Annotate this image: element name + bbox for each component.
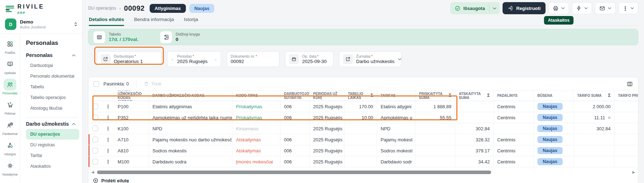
col-periodas[interactable]: PERIODAS UŽ KURĮ [310,91,344,101]
brand-logo[interactable]: RIVILE ERP [0,0,82,18]
sidebar-item-tabelio-operacijos[interactable]: Tabelio operacijos [26,92,79,103]
row-menu-icon[interactable]: ⋮ [102,123,114,134]
sidebar-item-darbuotojai[interactable]: Darbuotojai [26,60,79,71]
menu-section-personalas[interactable]: Personalas [26,52,79,58]
sidebar-menu: Personalas Personalas Darbuotojai Person… [20,34,82,183]
rail-item-nustatymai[interactable]: Nustatymai [0,160,20,176]
row-menu-icon[interactable]: ⋮ [102,156,114,167]
delete-button[interactable]: Trinti [144,81,161,87]
sidebar-item-du-operacijos[interactable]: DU operacijos [26,129,79,140]
table-row[interactable]: ⋮ A710 Pajamų mokestis nuo darbo užmokes… [88,134,638,145]
row-checkbox[interactable] [92,115,98,120]
col-tabelio-laikas[interactable]: TABELIO LAIKASΣ [344,91,377,101]
table-row[interactable]: ⋮ P100 Etatinis atlyginimas Priskaitymas… [88,101,638,112]
saved-split-button[interactable]: Išsaugota [450,2,500,14]
ledger-summary[interactable]: Didžioji knyga 0 [160,31,200,43]
sidebar-item-tarifai[interactable]: Tarifai [26,150,79,161]
rail-item-personalas[interactable]: Personalas [0,79,20,95]
field-op-data[interactable]: Op. data* 2025-09-30 [285,51,333,67]
actions-button[interactable] [572,2,592,14]
col-kodo-tipas[interactable]: KODO TIPAS [232,91,280,101]
scroll-left-icon[interactable]: ◀ [91,170,94,174]
menu-section-darbo-uzmokestis[interactable]: Darbo užmokestis [26,121,79,127]
prev-period-icon[interactable]: ‹ [171,57,174,62]
cell-tabelio-laikas: 170.00 [344,101,377,112]
sidebar-item-tabelis[interactable]: Tabelis [26,82,79,92]
next-period-icon[interactable]: › [214,57,217,62]
row-menu-icon[interactable]: ⋮ [102,101,114,112]
sum-icon[interactable]: Σ [487,93,490,98]
home-grid-icon [4,38,16,50]
rail-item-pirkimai[interactable]: Pirkimai [0,99,20,115]
select-all-checkbox[interactable] [93,81,99,87]
column-settings-icon[interactable] [627,81,633,87]
scroll-right-icon[interactable]: ▶ [632,170,635,174]
ledger-value: 0 [176,37,200,42]
scrollbar-thumb[interactable] [97,171,491,174]
status-badge[interactable]: Naujas [537,158,563,165]
tab-detalios-eilutes[interactable]: Detalios eilutės [89,15,124,26]
status-badge[interactable]: Naujas [537,125,563,132]
col-du-kodas[interactable]: DARBO UŽMOKESČIO KODAS [149,91,232,101]
chevron-down-icon[interactable] [489,7,500,10]
tabelis-summary[interactable]: Tabelis 17d. / 170val. [93,31,138,43]
scrollbar-track[interactable] [97,171,630,174]
field-zurnalas[interactable]: Žurnalas* Darbo užmokestis [339,51,402,67]
sidebar-item-du-registras[interactable]: DU registras [26,140,79,150]
row-menu-icon[interactable]: ⋮ [102,134,114,145]
tab-istorija[interactable]: Istorija [184,15,198,26]
check-circle-icon [455,5,461,11]
col-priskaityta-suma[interactable]: PRISKAITYTA SUMAΣ [415,91,455,101]
rail-item-pardavimai[interactable]: Pardavimai [0,119,20,136]
table-row[interactable]: ⋮ A810 Sodros mokestis Atskaitymas 006 2… [88,145,638,156]
row-checkbox[interactable] [92,159,98,164]
rail-item-apskaita[interactable]: Apskaita [0,58,20,75]
sum-icon[interactable]: Σ [449,93,451,98]
status-badge[interactable]: Naujas [537,103,563,110]
col-tarifas[interactable]: TARIFAS [377,91,415,101]
row-menu-icon[interactable]: ⋮ [102,145,114,156]
chevron-down-icon [630,7,634,9]
register-button[interactable]: Registruoti [503,2,546,14]
table-row[interactable]: ⋮ M100 Darbdavio sodra Įmonės mokesčiai … [88,156,638,167]
row-checkbox[interactable] [92,148,98,153]
status-badge[interactable]: Naujas [537,147,563,154]
sum-icon[interactable]: Σ [371,93,373,98]
drag-handle-icon[interactable]: ≡ [608,115,611,120]
sidebar-item-atostogu-likuciai[interactable]: Atostogų likučiai [26,103,79,114]
chevron-up-down-icon [74,21,78,27]
row-menu-icon[interactable]: ⋮ [102,112,114,123]
field-periodas[interactable]: ‹ Periodas* 2025 Rugsėjis › [167,51,221,67]
cart-icon [4,99,16,111]
account-switcher[interactable]: D Demo Aušra Juodienė [0,18,82,34]
col-kodas[interactable]: DARBO UŽMOKESČIO KODAS (KODAS) [114,91,149,101]
row-checkbox[interactable] [92,137,98,142]
tab-bendra-informacija[interactable]: Bendra informacija [134,15,174,26]
table-row[interactable]: ⋮ P352 Apmokėjimas už neišdirbtą laiką (… [88,112,638,123]
rail-item-pradzia[interactable]: Pradžia [0,38,20,54]
add-row-button[interactable]: Pridėti eilutę [88,174,129,183]
field-darbuotojas[interactable]: Darbuotojas* Operatorius 1 [97,51,161,67]
breadcrumb[interactable]: DU operacijos [88,6,116,11]
rail-item-atsargos[interactable]: Atsargos [0,140,20,156]
chevron-down-icon[interactable] [398,58,402,61]
row-checkbox[interactable] [92,126,98,131]
sidebar-item-ataskaitos[interactable]: Ataskaitos [26,161,79,172]
sidebar-item-personalo-dokumentai[interactable]: Personalo dokumentai [26,71,79,82]
field-dokumento-nr[interactable]: Dokumento nr.* 00092 [227,51,279,67]
row-checkbox[interactable] [92,104,98,109]
sum-icon[interactable]: Σ [608,93,611,98]
col-tarifo-proc[interactable]: TARIFO PROC [615,91,638,101]
col-atskaityta-suma[interactable]: ATSKAITYTA SUMAΣ [455,91,494,101]
account-user: Aušra Juodienė [20,25,46,29]
col-busena[interactable]: BŪSENA [534,91,574,101]
status-badge[interactable]: Naujas [537,136,563,143]
mail-button[interactable] [595,2,616,14]
more-button[interactable]: ⋮ [618,2,638,14]
col-darbuotojo-sutartis[interactable]: DARBUOTOJO SUTARTIS [280,91,310,101]
table-row[interactable]: ⋮ K100 NPD Kintamasis 2025 Rugsėjis NPD … [88,123,638,134]
status-badge[interactable]: Naujas [537,114,563,121]
col-tarifo-suma[interactable]: TARIFO SUMAΣ [574,91,615,101]
print-button[interactable]: Ataskaitos [548,2,569,14]
col-padalinys[interactable]: PADALINYS [494,91,534,101]
